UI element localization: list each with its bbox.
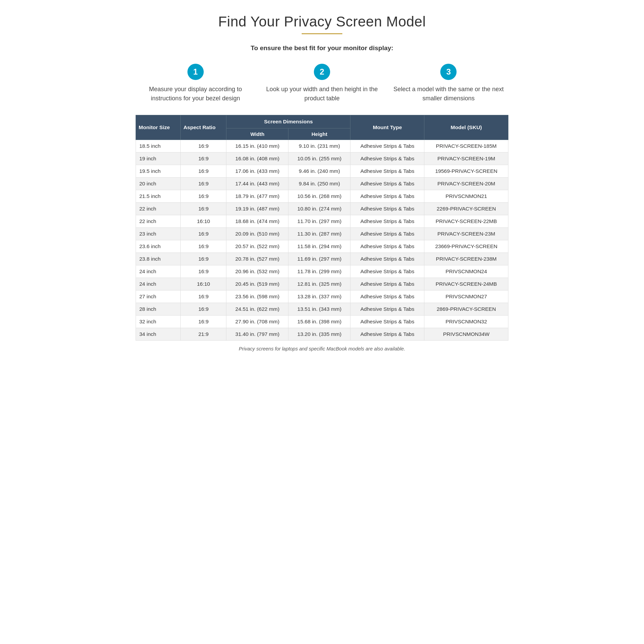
page-container: Find Your Privacy Screen Model To ensure… (136, 14, 508, 351)
table-cell: 22 inch (136, 215, 181, 228)
table-cell: 23669-PRIVACY-SCREEN (424, 240, 508, 253)
table-cell: PRIVACY-SCREEN-20M (424, 178, 508, 190)
table-cell: Adhesive Strips & Tabs (350, 215, 424, 228)
table-cell: 11.70 in. (297 mm) (288, 215, 350, 228)
table-row: 22 inch16:919.19 in. (487 mm)10.80 in. (… (136, 203, 508, 215)
subtitle: To ensure the best fit for your monitor … (136, 44, 508, 52)
table-cell: 24 inch (136, 265, 181, 278)
table-cell: 16.08 in. (408 mm) (226, 153, 288, 165)
gold-divider (302, 33, 342, 34)
table-cell: 19 inch (136, 153, 181, 165)
table-cell: 16:10 (181, 215, 226, 228)
step-1: 1 Measure your display according to inst… (136, 64, 255, 103)
table-cell: Adhesive Strips & Tabs (350, 303, 424, 316)
table-cell: 13.28 in. (337 mm) (288, 290, 350, 303)
table-cell: Adhesive Strips & Tabs (350, 178, 424, 190)
table-cell: 16:9 (181, 290, 226, 303)
table-cell: PRIVACY-SCREEN-19M (424, 153, 508, 165)
table-cell: 10.05 in. (255 mm) (288, 153, 350, 165)
table-cell: PRIVACY-SCREEN-22MB (424, 215, 508, 228)
table-cell: 18.79 in. (477 mm) (226, 190, 288, 203)
table-cell: 27 inch (136, 290, 181, 303)
table-cell: 23 inch (136, 228, 181, 240)
table-row: 24 inch16:920.96 in. (532 mm)11.78 in. (… (136, 265, 508, 278)
table-cell: 20.78 in. (527 mm) (226, 253, 288, 265)
table-row: 32 inch16:927.90 in. (708 mm)15.68 in. (… (136, 316, 508, 328)
table-cell: 23.6 inch (136, 240, 181, 253)
table-cell: 31.40 in. (797 mm) (226, 328, 288, 341)
table-cell: 12.81 in. (325 mm) (288, 278, 350, 290)
page-title: Find Your Privacy Screen Model (136, 14, 508, 30)
table-row: 28 inch16:924.51 in. (622 mm)13.51 in. (… (136, 303, 508, 316)
table-cell: 9.84 in. (250 mm) (288, 178, 350, 190)
table-cell: 16:9 (181, 316, 226, 328)
table-cell: Adhesive Strips & Tabs (350, 316, 424, 328)
table-cell: PRIVSCNMON21 (424, 190, 508, 203)
table-cell: Adhesive Strips & Tabs (350, 265, 424, 278)
table-cell: 2269-PRIVACY-SCREEN (424, 203, 508, 215)
table-row: 20 inch16:917.44 in. (443 mm)9.84 in. (2… (136, 178, 508, 190)
table-cell: 2869-PRIVACY-SCREEN (424, 303, 508, 316)
table-cell: Adhesive Strips & Tabs (350, 278, 424, 290)
table-row: 24 inch16:1020.45 in. (519 mm)12.81 in. … (136, 278, 508, 290)
table-cell: PRIVACY-SCREEN-24MB (424, 278, 508, 290)
table-cell: Adhesive Strips & Tabs (350, 228, 424, 240)
table-cell: 24 inch (136, 278, 181, 290)
table-cell: 16:9 (181, 153, 226, 165)
footer-note: Privacy screens for laptops and specific… (136, 346, 508, 351)
col-header-screen-dimensions: Screen Dimensions (226, 115, 350, 128)
step-2-text: Look up your width and then height in th… (262, 85, 382, 103)
table-cell: 10.56 in. (268 mm) (288, 190, 350, 203)
table-cell: 22 inch (136, 203, 181, 215)
col-header-height: Height (288, 128, 350, 140)
table-cell: 19.19 in. (487 mm) (226, 203, 288, 215)
table-cell: 23.8 inch (136, 253, 181, 265)
table-cell: 24.51 in. (622 mm) (226, 303, 288, 316)
table-cell: PRIVSCNMON34W (424, 328, 508, 341)
table-cell: 10.80 in. (274 mm) (288, 203, 350, 215)
table-cell: PRIVACY-SCREEN-23M (424, 228, 508, 240)
table-cell: 11.69 in. (297 mm) (288, 253, 350, 265)
table-cell: 11.58 in. (294 mm) (288, 240, 350, 253)
table-cell: Adhesive Strips & Tabs (350, 328, 424, 341)
table-row: 22 inch16:1018.68 in. (474 mm)11.70 in. … (136, 215, 508, 228)
col-header-aspect-ratio: Aspect Ratio (181, 115, 226, 140)
table-cell: 20 inch (136, 178, 181, 190)
step-1-circle: 1 (187, 64, 204, 80)
table-cell: Adhesive Strips & Tabs (350, 290, 424, 303)
table-cell: 16:9 (181, 203, 226, 215)
table-cell: 19.5 inch (136, 165, 181, 178)
table-cell: 11.30 in. (287 mm) (288, 228, 350, 240)
table-cell: 28 inch (136, 303, 181, 316)
table-cell: 16:9 (181, 165, 226, 178)
table-cell: 16:9 (181, 190, 226, 203)
table-cell: 17.44 in. (443 mm) (226, 178, 288, 190)
table-row: 27 inch16:923.56 in. (598 mm)13.28 in. (… (136, 290, 508, 303)
table-cell: 15.68 in. (398 mm) (288, 316, 350, 328)
table-cell: 34 inch (136, 328, 181, 341)
step-2-circle: 2 (314, 64, 330, 80)
table-cell: 13.51 in. (343 mm) (288, 303, 350, 316)
table-cell: 16:9 (181, 303, 226, 316)
table-cell: PRIVSCNMON24 (424, 265, 508, 278)
table-row: 23.6 inch16:920.57 in. (522 mm)11.58 in.… (136, 240, 508, 253)
table-cell: PRIVSCNMON32 (424, 316, 508, 328)
table-row: 34 inch21:931.40 in. (797 mm)13.20 in. (… (136, 328, 508, 341)
product-table: Monitor Size Aspect Ratio Screen Dimensi… (136, 115, 508, 341)
table-cell: 13.20 in. (335 mm) (288, 328, 350, 341)
step-3-text: Select a model with the same or the next… (389, 85, 508, 103)
table-row: 23 inch16:920.09 in. (510 mm)11.30 in. (… (136, 228, 508, 240)
table-cell: 16:9 (181, 228, 226, 240)
table-row: 23.8 inch16:920.78 in. (527 mm)11.69 in.… (136, 253, 508, 265)
table-row: 21.5 inch16:918.79 in. (477 mm)10.56 in.… (136, 190, 508, 203)
table-cell: Adhesive Strips & Tabs (350, 203, 424, 215)
table-cell: Adhesive Strips & Tabs (350, 153, 424, 165)
table-cell: PRIVSCNMON27 (424, 290, 508, 303)
table-cell: 16:9 (181, 178, 226, 190)
table-cell: Adhesive Strips & Tabs (350, 240, 424, 253)
table-cell: 16:9 (181, 240, 226, 253)
table-cell: 17.06 in. (433 mm) (226, 165, 288, 178)
table-cell: Adhesive Strips & Tabs (350, 165, 424, 178)
table-cell: Adhesive Strips & Tabs (350, 253, 424, 265)
table-cell: 18.68 in. (474 mm) (226, 215, 288, 228)
